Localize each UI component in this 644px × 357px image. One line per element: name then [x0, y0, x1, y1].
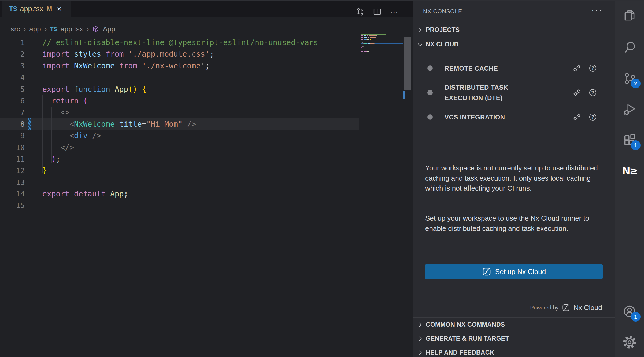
code-line[interactable]: 11 ); — [0, 153, 359, 165]
code-line[interactable]: 5export function App() { — [0, 83, 359, 95]
code-text: export default App; — [25, 188, 128, 200]
sidebar-item-nx-console[interactable]: N≥ — [615, 157, 644, 184]
editor-scrollbar[interactable] — [404, 37, 411, 90]
code-text: import NxWelcome from './nx-welcome'; — [25, 60, 210, 72]
line-number: 15 — [0, 200, 25, 211]
setup-hint-text: Set up your workspace to use the Nx Clou… — [425, 213, 604, 234]
code-text: return ( — [25, 95, 88, 107]
code-text: import styles from './app.module.css'; — [25, 48, 214, 60]
code-lines: 1// eslint-disable-next-line @typescript… — [0, 37, 413, 212]
files-icon — [623, 9, 636, 23]
tab-app-tsx[interactable]: TS app.tsx M × — [2, 1, 71, 17]
line-number: 9 — [0, 130, 25, 141]
code-line[interactable]: 15 — [0, 200, 359, 211]
typescript-file-icon: TS — [9, 5, 17, 13]
help-icon[interactable]: ? — [589, 64, 597, 72]
code-text — [25, 72, 42, 83]
code-text: </> — [25, 142, 74, 153]
tab-bar: TS app.tsx M × ⋯ — [0, 0, 413, 17]
source-control-badge: 2 — [631, 79, 641, 88]
item-label: VCS INTEGRATION — [445, 112, 505, 122]
sidebar-item-run-debug[interactable] — [615, 96, 644, 122]
extensions-badge: 1 — [631, 140, 641, 150]
line-number: 4 — [0, 72, 25, 83]
code-line[interactable]: 13 — [0, 177, 359, 188]
close-icon[interactable]: × — [57, 5, 62, 13]
breadcrumb-separator: › — [87, 25, 89, 33]
code-line[interactable]: 9 <div /> — [0, 130, 359, 141]
code-text — [25, 177, 42, 188]
overview-ruler-modified-marker — [403, 91, 405, 99]
breadcrumb-item-file[interactable]: app.tsx — [61, 25, 83, 33]
nx-cloud-brand: Nx Cloud — [573, 304, 602, 312]
line-number: 3 — [0, 60, 25, 72]
powered-by-label: Powered by — [530, 305, 558, 311]
sidebar-item-accounts[interactable]: 1 — [615, 298, 644, 325]
nx-cloud-item-vcs: VCS INTEGRATION ? — [413, 106, 615, 128]
code-text: <div /> — [25, 130, 101, 141]
breadcrumb: src › app › TS app.tsx › App — [11, 24, 115, 34]
more-actions-icon[interactable]: ⋯ — [390, 7, 399, 17]
connect-icon[interactable] — [572, 88, 582, 97]
code-line[interactable]: 2import styles from './app.module.css'; — [0, 48, 359, 60]
panel-title: NX CONSOLE — [423, 8, 462, 14]
status-dot-icon — [427, 65, 433, 71]
section-label: GENERATE & RUN TARGET — [426, 335, 509, 342]
debug-icon — [623, 102, 636, 116]
code-line[interactable]: 7 <> — [0, 107, 359, 118]
help-icon[interactable]: ? — [589, 113, 597, 121]
line-number: 7 — [0, 107, 25, 118]
breadcrumb-item-src[interactable]: src — [11, 25, 20, 33]
code-line[interactable]: 8 <NxWelcome title="Hi Mom" /> — [0, 118, 359, 130]
section-label: NX CLOUD — [426, 41, 459, 48]
status-dot-icon — [427, 114, 433, 120]
section-help-and-feedback[interactable]: HELP AND FEEDBACK — [413, 345, 615, 357]
chevron-right-icon — [417, 321, 424, 328]
code-line[interactable]: 3import NxWelcome from './nx-welcome'; — [0, 60, 359, 72]
git-modified-gutter-marker — [28, 118, 31, 130]
line-number: 5 — [0, 83, 25, 95]
section-label: PROJECTS — [426, 26, 460, 34]
divider — [424, 145, 612, 145]
sidebar-item-explorer[interactable] — [615, 2, 644, 29]
nx-cloud-item-dte: DISTRIBUTED TASK EXECUTION (DTE) ? — [413, 79, 615, 106]
breadcrumb-item-symbol[interactable]: App — [103, 25, 115, 33]
editor-group: TS app.tsx M × ⋯ — [0, 0, 413, 357]
connect-icon[interactable] — [572, 112, 582, 122]
open-changes-icon[interactable] — [355, 7, 365, 17]
section-generate-run-target[interactable]: GENERATE & RUN TARGET — [413, 331, 615, 346]
search-icon — [623, 40, 636, 54]
sidebar-item-settings[interactable] — [615, 329, 644, 356]
code-line[interactable]: 6 return ( — [0, 95, 359, 107]
sidebar-item-search[interactable] — [615, 34, 644, 61]
section-common-nx-commands[interactable]: COMMON NX COMMANDS — [413, 317, 615, 332]
workspace-status-text: Your workspace is not currently set up t… — [425, 163, 604, 194]
help-icon[interactable]: ? — [589, 89, 597, 97]
sidebar-item-source-control[interactable]: 2 — [615, 65, 644, 92]
chevron-right-icon — [417, 27, 424, 34]
git-modified-badge: M — [46, 5, 52, 13]
gear-icon — [622, 335, 637, 349]
code-text: } — [25, 165, 47, 176]
more-actions-icon[interactable]: ··· — [591, 5, 603, 15]
code-editor[interactable]: 1// eslint-disable-next-line @typescript… — [0, 37, 413, 212]
code-line[interactable]: 1// eslint-disable-next-line @typescript… — [0, 37, 359, 48]
activity-bar: 2 1 N≥ 1 — [615, 0, 644, 357]
code-line[interactable]: 14export default App; — [0, 188, 359, 200]
code-line[interactable]: 4 — [0, 72, 359, 83]
item-label: REMOTE CACHE — [445, 63, 498, 74]
code-line[interactable]: 12} — [0, 165, 359, 176]
section-projects[interactable]: PROJECTS — [413, 23, 615, 37]
line-number: 8 — [0, 118, 25, 130]
sidebar-item-extensions[interactable]: 1 — [615, 126, 644, 153]
section-nx-cloud[interactable]: NX CLOUD — [413, 37, 615, 52]
setup-nx-cloud-button[interactable]: Set up Nx Cloud — [425, 264, 603, 279]
breadcrumb-item-app[interactable]: app — [29, 25, 41, 33]
code-line[interactable]: 10 </> — [0, 142, 359, 153]
split-editor-icon[interactable] — [372, 7, 382, 17]
minimap[interactable] — [361, 34, 403, 56]
status-dot-icon — [427, 90, 433, 95]
connect-icon[interactable] — [572, 64, 582, 73]
line-number: 1 — [0, 37, 25, 48]
window-top-edge — [0, 0, 644, 1]
